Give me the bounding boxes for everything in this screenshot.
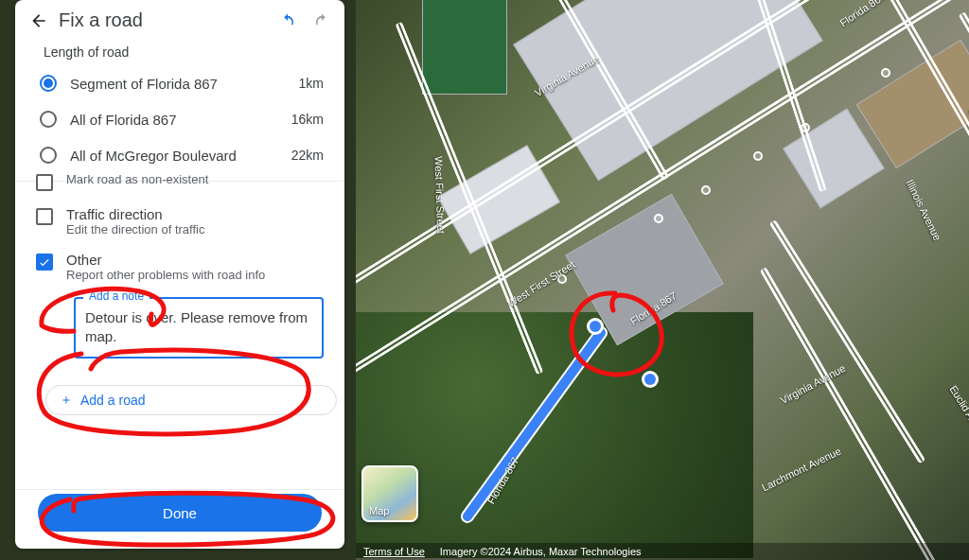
redo-button[interactable] xyxy=(312,11,331,30)
map-texture xyxy=(356,312,753,558)
imagery-text: Imagery ©2024 Airbus, Maxar Technologies xyxy=(440,546,642,557)
length-option-distance: 16km xyxy=(291,112,324,127)
road-label: Florida 867 xyxy=(837,0,887,28)
road-node[interactable] xyxy=(801,123,810,132)
checkbox-icon[interactable] xyxy=(36,254,53,271)
length-option[interactable]: Segment of Florida 8671km xyxy=(36,65,327,101)
road-node[interactable] xyxy=(881,68,890,78)
problem-option[interactable]: Mark road as non-existent xyxy=(28,165,331,199)
map-layer-toggle[interactable]: Map xyxy=(361,465,418,522)
checkbox-icon[interactable] xyxy=(36,174,53,191)
segment-handle[interactable] xyxy=(644,374,656,385)
done-label: Done xyxy=(163,505,197,521)
road-larchmont[interactable] xyxy=(760,267,946,560)
map-attribution: Terms of Use Imagery ©2024 Airbus, Maxar… xyxy=(356,543,969,560)
road-node[interactable] xyxy=(654,214,663,223)
radio-icon xyxy=(40,147,57,164)
problem-title: Other xyxy=(66,252,265,268)
note-legend: Add a note xyxy=(83,289,150,303)
problem-subtitle: Edit the direction of traffic xyxy=(66,222,204,236)
road-label: Illinois Avenue xyxy=(904,178,943,242)
map-building xyxy=(422,0,507,95)
length-option-label: Segment of Florida 867 xyxy=(70,76,286,92)
checkbox-icon[interactable] xyxy=(36,208,53,225)
map-canvas[interactable]: Virginia Avenue West First Street West F… xyxy=(356,0,969,560)
undo-button[interactable] xyxy=(278,11,297,30)
note-field-wrap: Add a note xyxy=(74,297,324,362)
road-virginia-lower[interactable] xyxy=(769,219,926,464)
problem-subtitle: Report other problems with road info xyxy=(66,268,265,282)
length-radio-group: Segment of Florida 8671kmAll of Florida … xyxy=(15,65,344,181)
fix-road-panel: Fix a road Length of road Segment of Flo… xyxy=(15,0,344,549)
problem-option[interactable]: Traffic directionEdit the direction of t… xyxy=(28,199,331,244)
done-button[interactable]: Done xyxy=(38,494,322,532)
panel-title: Fix a road xyxy=(59,9,269,31)
length-section-label: Length of road xyxy=(15,39,344,65)
length-option-distance: 1km xyxy=(299,76,324,91)
road-node[interactable] xyxy=(753,151,763,161)
add-road-label: Add a road xyxy=(80,393,146,408)
back-button[interactable] xyxy=(28,10,49,31)
radio-icon xyxy=(40,111,57,128)
radio-icon xyxy=(40,75,57,92)
segment-handle[interactable] xyxy=(590,321,601,332)
panel-footer: Done xyxy=(15,489,344,549)
problem-title: Traffic direction xyxy=(66,206,204,222)
map-layer-label: Map xyxy=(369,505,389,516)
plus-icon: ＋ xyxy=(60,392,73,409)
length-option-label: All of Florida 867 xyxy=(70,112,278,128)
add-road-button[interactable]: ＋ Add a road xyxy=(45,385,337,415)
panel-header: Fix a road xyxy=(15,0,344,39)
problem-check-group: Mark road as non-existentTraffic directi… xyxy=(15,181,344,289)
terms-link[interactable]: Terms of Use xyxy=(363,546,425,557)
road-label: Euclid Avenue xyxy=(947,383,969,445)
length-option-label: All of McGregor Boulevard xyxy=(70,148,278,164)
road-node[interactable] xyxy=(701,185,711,195)
problem-option[interactable]: OtherReport other problems with road inf… xyxy=(28,244,331,289)
length-option[interactable]: All of Florida 86716km xyxy=(36,101,327,137)
road-label: Larchmont Avenue xyxy=(760,446,843,494)
problem-subtitle: Mark road as non-existent xyxy=(66,172,208,186)
length-option-distance: 22km xyxy=(291,148,324,163)
note-textarea[interactable] xyxy=(74,297,324,359)
road-label: West First Street xyxy=(432,156,447,234)
